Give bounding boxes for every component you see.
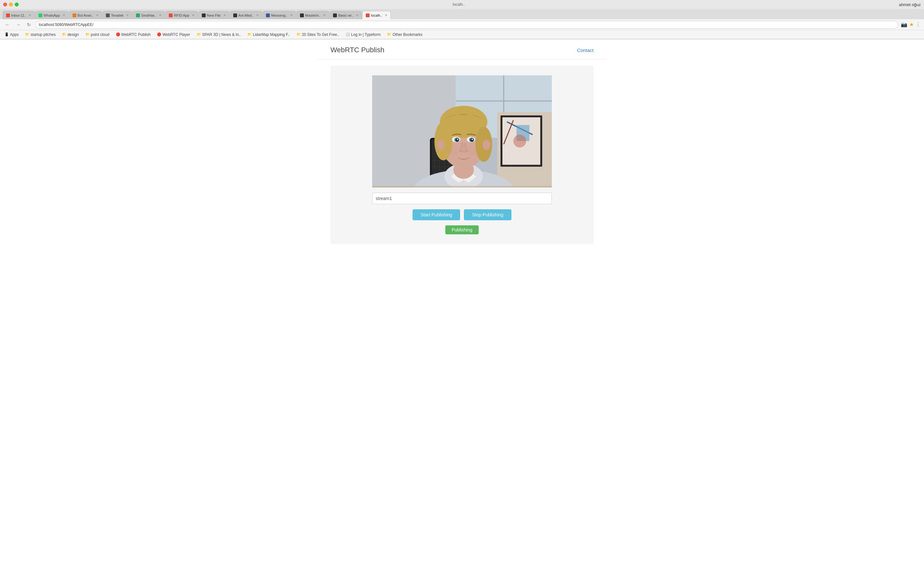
tab-label-mastering: Masterin.. <box>305 13 320 17</box>
tab-close-whatsapp[interactable]: ✕ <box>63 13 65 17</box>
tab-close-newfile[interactable]: ✕ <box>223 13 226 17</box>
tab-favicon-mastering <box>300 13 304 17</box>
video-stream <box>372 75 552 187</box>
svg-point-40 <box>457 139 458 140</box>
bookmark-apps[interactable]: 📱 Apps <box>3 32 20 37</box>
bookmark-other-icon: 📁 <box>387 32 391 37</box>
svg-point-32 <box>435 122 452 160</box>
bookmark-typeform-label: Log in | Typeform <box>351 32 381 37</box>
menu-icon[interactable]: ⋮ <box>916 21 921 27</box>
tab-close-mastering[interactable]: ✕ <box>323 13 326 17</box>
tab-newfile[interactable]: New File ✕ <box>198 11 229 19</box>
tab-gmail[interactable]: Inbox (2.. ✕ <box>3 11 35 19</box>
bookmark-pointcloud[interactable]: 📁 point cloud <box>84 32 111 37</box>
forward-button[interactable]: → <box>14 21 23 28</box>
start-publishing-button[interactable]: Start Publishing <box>413 210 460 220</box>
tab-favicon-rfid <box>169 13 173 17</box>
tab-close-bol[interactable]: ✕ <box>96 13 99 17</box>
tab-close-rfid[interactable]: ✕ <box>192 13 194 17</box>
bookmark-20sites[interactable]: 📁 20 Sites To Get Free.. <box>295 32 341 37</box>
page-title: WebRTC Publish <box>330 46 384 54</box>
maximize-button[interactable] <box>15 3 19 6</box>
tab-basicwr[interactable]: Basic wr.. ✕ <box>330 11 362 19</box>
close-button[interactable] <box>3 3 7 6</box>
contact-link[interactable]: Contact <box>577 47 594 53</box>
tab-bol[interactable]: Bol Avan.. ✕ <box>69 11 102 19</box>
stop-publishing-button[interactable]: Stop Publishing <box>464 210 511 220</box>
bookmark-spar3d[interactable]: 📁 SPAR 3D | News & In.. <box>195 32 242 37</box>
minimize-button[interactable] <box>9 3 13 6</box>
svg-point-44 <box>447 146 459 155</box>
nav-icons: 📷 ★ ⋮ <box>901 21 921 27</box>
tab-label-localhost: localh.. <box>371 13 382 17</box>
tab-label-teradek: Teradek <box>111 13 124 17</box>
bookmark-webrtc-publish[interactable]: 🔴 WebRTC Publish <box>115 32 152 37</box>
bookmark-design-label: design <box>67 32 79 37</box>
tab-localhost[interactable]: localh.. ✕ <box>362 11 391 19</box>
bookmark-lidarmap-label: LidarMap Mapping F.. <box>253 32 290 37</box>
tab-close-gmail[interactable]: ✕ <box>29 13 31 17</box>
refresh-button[interactable]: ↻ <box>25 21 33 28</box>
stream-name-input[interactable] <box>372 193 552 204</box>
bookmark-lidarmap[interactable]: 📁 LidarMap Mapping F.. <box>246 32 291 37</box>
bookmark-startup-label: startup pitches <box>31 32 55 37</box>
tab-label-seslihar: SesliHar.. <box>141 13 156 17</box>
bookmark-lidarmap-icon: 📁 <box>247 32 252 37</box>
bookmark-startup-icon: 📁 <box>25 32 29 37</box>
bookmark-design[interactable]: 📁 design <box>61 32 80 37</box>
tab-favicon-antmed <box>233 13 237 17</box>
bookmark-startup[interactable]: 📁 startup pitches <box>24 32 57 37</box>
bookmark-other[interactable]: 📁 Other Bookmarks <box>386 32 423 37</box>
tab-close-messenger[interactable]: ✕ <box>290 13 292 17</box>
tab-mastering[interactable]: Masterin.. ✕ <box>296 11 329 19</box>
bookmark-typeform-icon: ⬜ <box>346 32 350 37</box>
bookmark-20sites-label: 20 Sites To Get Free.. <box>302 32 339 37</box>
bookmark-webrtc-player-icon: 🔴 <box>157 32 162 37</box>
star-icon[interactable]: ★ <box>909 21 914 27</box>
tab-favicon-teradek <box>106 13 110 17</box>
bookmark-20sites-icon: 📁 <box>296 32 301 37</box>
svg-point-43 <box>483 140 490 150</box>
bookmark-other-label: Other Bookmarks <box>393 32 422 37</box>
tab-label-gmail: Inbox (2.. <box>11 13 26 17</box>
tab-messenger[interactable]: Messeng.. ✕ <box>262 11 296 19</box>
user-name: ahmet oğuz <box>899 2 921 7</box>
bookmark-webrtc-player[interactable]: 🔴 WebRTC Player <box>156 32 191 37</box>
video-wrapper <box>372 75 552 187</box>
nav-bar: ← → ↻ localhost:5080/WebRTCAppEE/ 📷 ★ ⋮ <box>0 19 924 30</box>
svg-point-12 <box>513 135 526 147</box>
tab-label-bol: Bol Avan.. <box>78 13 94 17</box>
browser-chrome: localh.. ahmet oğuz Inbox (2.. ✕ WhatsAp… <box>0 0 924 39</box>
camera-icon: 📷 <box>901 21 907 27</box>
bookmark-pointcloud-icon: 📁 <box>86 32 90 37</box>
tab-antmed[interactable]: Ant-Med.. ✕ <box>230 11 262 19</box>
bookmark-design-icon: 📁 <box>62 32 66 37</box>
tab-close-basicwr[interactable]: ✕ <box>356 13 359 17</box>
tab-close-localhost[interactable]: ✕ <box>384 13 387 17</box>
bookmark-typeform[interactable]: ⬜ Log in | Typeform <box>344 32 382 37</box>
video-card: Start Publishing Stop Publishing Publish… <box>330 66 594 244</box>
page-header: WebRTC Publish Contact <box>318 39 606 59</box>
tab-label-rfid: RFID App <box>174 13 189 17</box>
back-button[interactable]: ← <box>3 21 11 28</box>
tab-seslihar[interactable]: SesliHar.. ✕ <box>132 11 165 19</box>
tab-close-seslihar[interactable]: ✕ <box>159 13 162 17</box>
address-text: localhost:5080/WebRTCAppEE/ <box>39 23 94 27</box>
tab-close-antmed[interactable]: ✕ <box>256 13 258 17</box>
bookmark-webrtc-player-label: WebRTC Player <box>162 32 190 37</box>
bookmark-webrtc-publish-label: WebRTC Publish <box>121 32 151 37</box>
tab-close-teradek[interactable]: ✕ <box>126 13 129 17</box>
video-placeholder <box>372 75 552 187</box>
tab-rfid[interactable]: RFID App ✕ <box>165 11 198 19</box>
tab-label-whatsapp: WhatsApp <box>44 13 60 17</box>
address-bar[interactable]: localhost:5080/WebRTCAppEE/ <box>35 21 898 29</box>
main-container: Start Publishing Stop Publishing Publish… <box>318 59 606 250</box>
svg-point-41 <box>472 139 473 140</box>
tab-whatsapp[interactable]: WhatsApp ✕ <box>35 11 69 19</box>
tab-favicon-localhost <box>366 13 370 17</box>
bookmark-spar3d-icon: 📁 <box>197 32 201 37</box>
tab-favicon-gmail <box>6 13 10 17</box>
publishing-status-badge: Publishing <box>445 226 479 234</box>
tab-teradek[interactable]: Teradek ✕ <box>102 11 132 19</box>
tab-bar: Inbox (2.. ✕ WhatsApp ✕ Bol Avan.. ✕ Ter… <box>0 9 924 19</box>
